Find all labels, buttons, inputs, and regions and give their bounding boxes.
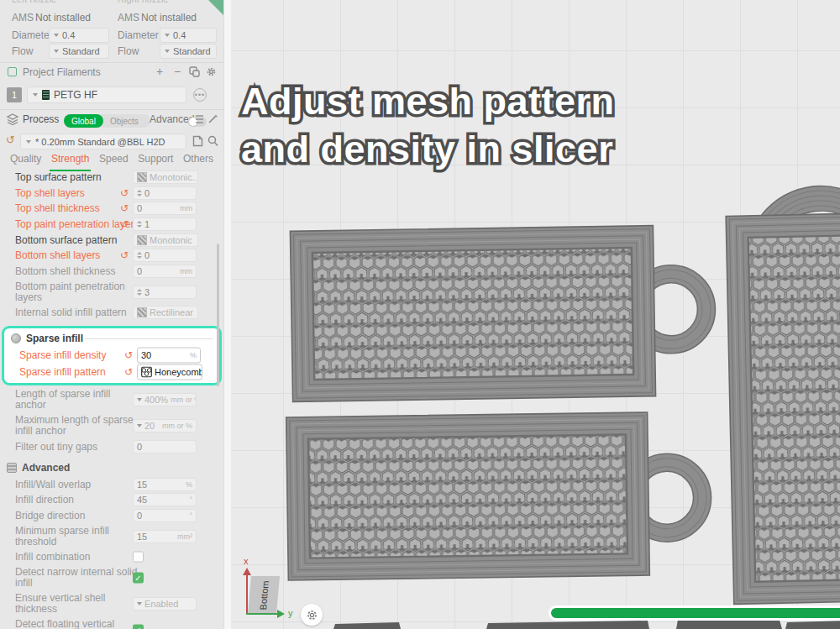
input-infill-direction[interactable]: 45° [133, 493, 197, 506]
tab-support[interactable]: Support [138, 153, 173, 168]
input-bottom-paint-penetration[interactable]: 3 [133, 286, 197, 299]
advanced-section-icon [7, 463, 17, 473]
checkbox-detect-narrow-internal-solid[interactable]: ✓ [133, 573, 144, 584]
setting-label: Filter out tiny gaps [15, 442, 97, 453]
chevron-down-icon [165, 34, 170, 37]
settings-list: Top surface patternMonotonic..Top shell … [0, 170, 223, 629]
chevron-down-icon [33, 93, 38, 97]
plate-name-tab[interactable]: Bottom [248, 576, 280, 615]
select-maximum-length-of-sparse[interactable]: 20mm or % [133, 419, 197, 432]
input-bridge-direction[interactable]: 0° [133, 509, 197, 522]
plate-settings-button[interactable] [301, 604, 323, 626]
select-internal-solid-infill-pattern[interactable]: Rectilinear [133, 306, 198, 319]
process-preset-select[interactable]: * 0.20mm Standard @BBL H2D [20, 134, 186, 149]
setting-row-infill-direction: Infill direction45° [0, 492, 223, 508]
setting-label: Internal solid infill pattern [15, 307, 127, 318]
tab-speed[interactable]: Speed [99, 153, 129, 168]
input-sparse-infill-density[interactable]: 30% [137, 347, 201, 363]
preset-name: * 0.20mm Standard @BBL H2D [35, 137, 165, 147]
input-top-shell-thickness[interactable]: 0mm [133, 202, 197, 215]
reset-value-icon[interactable]: ↺ [120, 219, 129, 229]
filament-select[interactable]: PETG HF [27, 86, 186, 103]
remove-filament-button[interactable]: − [174, 66, 181, 77]
model-mesh-panel-right[interactable] [725, 185, 840, 605]
sidebar-scrollbar[interactable] [217, 244, 219, 386]
model-mesh-panel-bottom[interactable] [286, 411, 712, 580]
project-filaments-header: Project Filaments + − [0, 66, 223, 81]
scope-global[interactable]: Global [64, 114, 103, 128]
setting-row-ensure-vertical-shell: Ensure vertical shellthicknessEnabled [0, 591, 223, 617]
plate-name-label: Bottom [257, 581, 270, 611]
flow-select-left[interactable]: Standard [49, 44, 109, 59]
select-bottom-surface-pattern[interactable]: Monotonic [133, 233, 198, 247]
tab-quality[interactable]: Quality [10, 153, 41, 168]
tab-strength[interactable]: Strength [51, 153, 89, 168]
input-bottom-shell-layers[interactable]: 0 [133, 249, 197, 262]
reset-value-icon[interactable]: ↺ [124, 350, 133, 360]
process-title: Process [23, 113, 59, 125]
select-sparse-infill-pattern[interactable]: Honeycomb [137, 364, 202, 380]
model-mesh-panel-top[interactable] [290, 224, 717, 401]
sidebar-gutter[interactable] [223, 0, 231, 629]
sparse-infill-highlight-box: Sparse infill Sparse infill density↺30%S… [2, 326, 222, 385]
wizard-wand-icon[interactable] [207, 113, 218, 127]
diameter-select-left[interactable]: 0.4 [49, 28, 109, 43]
input-bottom-shell-thickness[interactable]: 0mm [133, 265, 197, 278]
search-icon[interactable] [207, 135, 218, 149]
viewport-3d[interactable]: Adjust mesh pattern Adjust mesh pattern … [231, 0, 840, 629]
setting-label: Infill combination [15, 552, 90, 563]
select-length-of-sparse-infill[interactable]: 400%mm or % [133, 393, 197, 406]
spinner-arrows[interactable] [137, 221, 142, 228]
sparse-infill-section: Sparse infill [4, 330, 219, 347]
reset-value-icon[interactable]: ↺ [120, 203, 129, 213]
spinner-arrows[interactable] [137, 190, 142, 197]
input-infill-wall-overlap[interactable]: 15% [133, 478, 197, 491]
process-scope-toggle[interactable]: Global Objects [64, 114, 150, 128]
pattern-swatch-icon [137, 172, 147, 182]
process-icon [7, 113, 18, 128]
add-filament-button[interactable]: + [156, 66, 163, 77]
checkbox-infill-combination[interactable] [133, 552, 144, 563]
select-ensure-vertical-shell[interactable]: Enabled [133, 597, 197, 611]
overlay-title-line2-fill: and density in slicer [241, 128, 613, 170]
input-top-shell-layers[interactable]: 0 [133, 186, 197, 200]
diameter-value-left: 0.4 [62, 30, 75, 40]
advanced-section: Advanced [0, 459, 223, 476]
filament-settings-gear-icon[interactable] [206, 66, 217, 79]
diameter-value-right: 0.4 [173, 30, 186, 40]
filament-more-button[interactable]: ••• [193, 88, 207, 102]
reset-value-icon[interactable]: ↺ [124, 367, 133, 377]
setting-label: Infill direction [15, 495, 74, 506]
setting-row-infill-combination: Infill combination [0, 549, 223, 565]
input-top-paint-penetration-layers[interactable]: 1 [133, 218, 197, 231]
setting-row-top-shell-layers: Top shell layers↺0 [0, 186, 223, 202]
chevron-down-icon [26, 140, 31, 144]
divider [85, 338, 213, 339]
scope-objects[interactable]: Objects [103, 117, 144, 126]
filament-spool-icon [42, 90, 50, 100]
input-filter-out-tiny-gaps[interactable]: 0 [133, 440, 197, 453]
process-tabs: QualityStrengthSpeedSupportOthers [0, 153, 223, 168]
chevron-down-icon [137, 602, 142, 605]
diameter-select-right[interactable]: 0.4 [160, 28, 217, 43]
spinner-arrows[interactable] [137, 289, 142, 296]
checkbox-detect-floating-vertical[interactable]: ✓ [133, 625, 144, 629]
setting-label: Top surface pattern [15, 172, 102, 183]
select-top-surface-pattern[interactable]: Monotonic.. [133, 170, 198, 184]
flow-select-right[interactable]: Standard [160, 44, 217, 59]
reset-value-icon[interactable]: ↺ [120, 188, 129, 198]
chevron-down-icon [54, 34, 59, 37]
setting-row-length-of-sparse-infill: Length of sparse infillanchor400%mm or % [0, 387, 223, 413]
setting-label: Detect narrow internal solidinfill [15, 567, 137, 589]
parameter-list-icon[interactable] [193, 114, 204, 127]
collapse-sidebar-arrow[interactable] [208, 0, 223, 16]
reset-value-icon[interactable]: ↺ [120, 250, 129, 260]
project-filaments-title: Project Filaments [23, 66, 101, 78]
spinner-arrows[interactable] [137, 252, 142, 259]
save-preset-icon[interactable] [192, 135, 203, 149]
input-minimum-sparse-infill[interactable]: 15mm² [133, 530, 197, 543]
tab-others[interactable]: Others [183, 153, 213, 168]
overlay-title-line1: Adjust mesh pattern Adjust mesh pattern [241, 77, 615, 125]
preset-dirty-icon[interactable]: ↺ [6, 135, 15, 145]
sync-filaments-icon[interactable] [189, 66, 200, 79]
